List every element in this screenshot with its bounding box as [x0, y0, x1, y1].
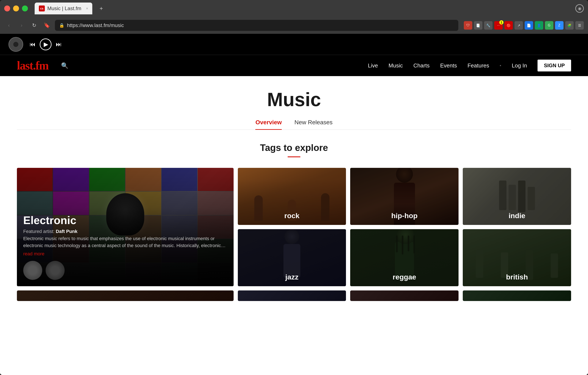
website-content: ⏮ ▶ ⏭ last.fm 🔍 Live Music Charts Events…	[0, 34, 588, 375]
page-content: Music Overview New Releases Tags to expl…	[0, 76, 588, 375]
thumb-2	[46, 261, 65, 280]
url-display: https://www.last.fm/music	[67, 22, 124, 28]
tag-card-reggae[interactable]: reggae	[350, 229, 459, 286]
security-icon: 🔒	[59, 23, 64, 28]
title-bar: cs Music | Last.fm × + ◉	[0, 0, 588, 17]
ext-g-icon[interactable]: G	[545, 21, 553, 30]
browser-tab[interactable]: cs Music | Last.fm ×	[35, 2, 92, 14]
nav-features[interactable]: Features	[467, 62, 489, 69]
tab-new-releases[interactable]: New Releases	[294, 119, 333, 130]
ext-puzzle-icon[interactable]: 🧩	[565, 21, 574, 30]
extension-icons: 🛡 📑 🔧 ··· 1 🔴 ↗ 📄 👤 G Z 🧩 ☰	[464, 21, 584, 30]
nav-charts[interactable]: Charts	[413, 62, 430, 69]
brave-shield-icon[interactable]: 🛡	[464, 21, 472, 30]
ext-bookmark-icon[interactable]: 📑	[474, 21, 483, 30]
profile-icon: ◉	[575, 4, 584, 13]
disc-center	[13, 42, 18, 47]
ext-user-icon[interactable]: 👤	[535, 21, 543, 30]
bottom-card-2[interactable]	[238, 290, 346, 301]
maximize-window-button[interactable]	[22, 5, 28, 11]
nav-events[interactable]: Events	[440, 62, 457, 69]
tag-label-british: british	[463, 273, 571, 281]
login-link[interactable]: Log In	[512, 62, 527, 69]
nav-bar: ‹ › ↻ 🔖 🔒 https://www.last.fm/music 🛡 📑 …	[0, 17, 588, 34]
tab-favicon: cs	[39, 5, 45, 11]
page-title: Music	[17, 89, 571, 110]
tag-label-jazz: jazz	[238, 273, 346, 281]
featured-genre: Electronic	[23, 214, 227, 227]
minimize-window-button[interactable]	[13, 5, 19, 11]
next-track-button[interactable]: ⏭	[56, 41, 62, 48]
bottom-card-1[interactable]	[17, 290, 234, 301]
featured-artist-name: Daft Punk	[56, 229, 77, 234]
site-logo[interactable]: last.fm	[17, 59, 48, 72]
close-window-button[interactable]	[4, 5, 10, 11]
tag-card-british[interactable]: british	[463, 229, 571, 286]
tab-close-button[interactable]: ×	[86, 6, 88, 11]
ext-zoom-icon[interactable]: Z	[555, 21, 564, 30]
ext-red-icon[interactable]: 🔴	[504, 21, 513, 30]
tag-card-rock[interactable]: rock	[238, 168, 346, 225]
nav-dot: •	[500, 63, 501, 68]
prev-track-button[interactable]: ⏮	[30, 41, 35, 48]
bottom-card-4[interactable]	[463, 290, 571, 301]
tag-label-indie: indie	[463, 212, 571, 220]
ext-tool-icon[interactable]: 🔧	[484, 21, 493, 30]
traffic-lights	[4, 5, 28, 11]
featured-thumbnails	[23, 261, 227, 280]
tag-label-reggae: reggae	[350, 273, 459, 281]
browser-window: cs Music | Last.fm × + ◉ ‹ › ↻ 🔖 🔒 https…	[0, 0, 588, 375]
back-button[interactable]: ‹	[4, 21, 13, 30]
content-tabs: Overview New Releases	[17, 119, 571, 130]
thumb-1	[23, 261, 42, 280]
ext-badge-icon[interactable]: ··· 1	[494, 21, 503, 30]
tab-overview[interactable]: Overview	[255, 119, 282, 130]
new-tab-button[interactable]: +	[97, 5, 105, 12]
tags-divider	[288, 156, 300, 157]
ext-arrow-icon[interactable]: ↗	[514, 21, 523, 30]
tag-featured-electronic[interactable]: Electronic Featured artist: Daft Punk El…	[17, 168, 234, 286]
media-controls: ⏮ ▶ ⏭	[30, 38, 62, 50]
featured-description: Electronic music refers to music that em…	[23, 235, 227, 249]
play-icon: ▶	[44, 41, 48, 48]
play-pause-button[interactable]: ▶	[40, 38, 52, 50]
media-player-bar: ⏮ ▶ ⏭	[0, 34, 588, 55]
reload-button[interactable]: ↻	[30, 21, 39, 30]
bottom-row	[17, 290, 571, 301]
nav-music[interactable]: Music	[388, 62, 403, 69]
tag-card-hiphop[interactable]: hip-hop	[350, 168, 459, 225]
tags-section: Tags to explore	[17, 143, 571, 301]
tag-card-jazz[interactable]: jazz	[238, 229, 346, 286]
ext-menu-icon[interactable]: ☰	[575, 21, 584, 30]
media-disc	[9, 37, 23, 52]
bookmark-button[interactable]: 🔖	[42, 21, 52, 30]
tag-label-rock: rock	[238, 212, 346, 220]
ext-docs-icon[interactable]: 📄	[525, 21, 533, 30]
read-more-link[interactable]: read more	[23, 251, 44, 256]
signup-button[interactable]: SIGN UP	[537, 60, 571, 71]
search-button[interactable]: 🔍	[61, 62, 68, 69]
tag-card-indie[interactable]: indie	[463, 168, 571, 225]
site-navigation: last.fm 🔍 Live Music Charts Events Featu…	[0, 55, 588, 76]
address-bar[interactable]: 🔒 https://www.last.fm/music	[55, 20, 458, 31]
tags-title: Tags to explore	[17, 143, 571, 153]
featured-artist-label: Featured artist: Daft Punk	[23, 229, 227, 234]
nav-links: Live Music Charts Events Features • Log …	[368, 60, 571, 71]
tags-grid: Electronic Featured artist: Daft Punk El…	[17, 168, 571, 286]
tab-title: Music | Last.fm	[47, 5, 81, 11]
featured-content: Electronic Featured artist: Daft Punk El…	[17, 208, 234, 286]
forward-button[interactable]: ›	[17, 21, 26, 30]
bottom-card-3[interactable]	[350, 290, 459, 301]
nav-live[interactable]: Live	[368, 62, 378, 69]
tag-label-hiphop: hip-hop	[350, 212, 459, 220]
